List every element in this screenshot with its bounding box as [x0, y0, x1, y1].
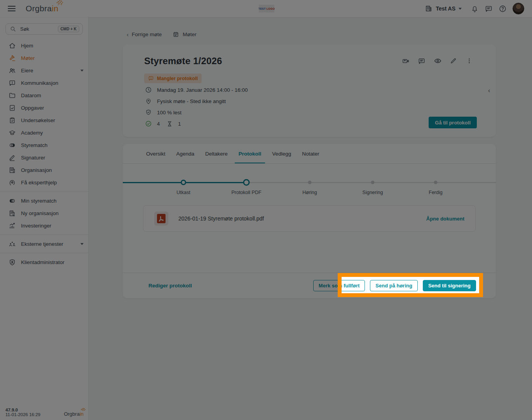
tab-deltakere[interactable]: Deltakere	[200, 144, 233, 163]
organization-selector[interactable]: Test AS	[425, 5, 462, 12]
breadcrumb-meetings-link[interactable]: Møter	[173, 31, 196, 38]
notifications-button[interactable]	[471, 5, 479, 13]
breadcrumb-current-label: Møter	[183, 32, 196, 37]
step-label: Utkast	[176, 190, 190, 195]
people-icon	[9, 67, 16, 74]
step-dot-utkast	[181, 180, 186, 185]
styrematch-circles-icon	[9, 197, 16, 205]
sidebar-item-label: Investeringer	[21, 223, 51, 229]
sidebar-item-label: Styrematch	[21, 142, 47, 148]
sidebar-item-academy[interactable]: Academy	[0, 126, 88, 139]
edit-protocol-link[interactable]: Rediger protokoll	[148, 283, 192, 289]
protocol-stepper: Utkast Protokoll PDF Høring Signering Fe…	[123, 180, 496, 199]
sidebar-item-label: Klientadministrator	[21, 259, 65, 265]
menu-icon[interactable]	[8, 4, 16, 13]
help-button[interactable]	[499, 5, 507, 13]
chat-alert-icon	[148, 75, 154, 81]
sidebar-item-signaturer[interactable]: Signaturer	[0, 151, 88, 164]
sidebar-item-label: Eiere	[21, 68, 33, 74]
pdf-icon	[154, 212, 168, 226]
tab-label: Vedlegg	[272, 151, 291, 157]
sidebar-item-fa-eksperthjelp[interactable]: Få eksperthjelp	[0, 176, 88, 189]
protocol-action-buttons: Merk som fullført Send på høring Send ti…	[313, 280, 476, 291]
search-icon	[10, 26, 16, 32]
clipboard-check-icon	[9, 117, 16, 124]
shield-check-icon	[145, 109, 152, 116]
sidebar-item-ny-organisasjon[interactable]: Ny organisasjon	[0, 207, 88, 219]
sidebar-item-label: Datarom	[21, 93, 41, 98]
tab-label: Agenda	[176, 151, 195, 157]
breadcrumb-back-label: Forrige møte	[132, 32, 162, 37]
task-icon	[9, 104, 16, 112]
expert-help-icon	[9, 179, 16, 186]
sidebar-item-datarom[interactable]: Datarom	[0, 89, 88, 102]
edit-button[interactable]	[450, 57, 457, 65]
collapse-panel-button[interactable]: ‹	[488, 87, 490, 94]
sidebar-item-hjem[interactable]: Hjem	[0, 39, 88, 52]
step-dot-ferdig	[434, 181, 438, 184]
search-input[interactable]: Søk CMD + K	[5, 23, 83, 35]
meeting-read-status: 100 % lest	[157, 110, 181, 116]
send-to-signing-button[interactable]: Send til signering	[423, 280, 476, 291]
mark-complete-button[interactable]: Merk som fullført	[313, 280, 365, 291]
chevron-down-icon	[80, 243, 84, 245]
sidebar-item-eiere[interactable]: Eiere	[0, 64, 88, 77]
sidebar-item-label: Undersøkelser	[21, 117, 55, 123]
tab-vedlegg[interactable]: Vedlegg	[267, 144, 297, 163]
brain-icon	[54, 0, 64, 6]
tab-label: Oversikt	[146, 151, 166, 157]
sidebar-item-kommunikasjon[interactable]: Kommunikasjon	[0, 77, 88, 89]
tab-bar: Oversikt Agenda Deltakere Protokoll Vedl…	[123, 144, 496, 164]
tab-agenda[interactable]: Agenda	[171, 144, 200, 163]
user-avatar[interactable]	[513, 3, 524, 14]
building-icon	[425, 5, 433, 12]
sidebar-item-label: Eksterne tjenester	[21, 241, 63, 247]
sidebar-item-organisasjon[interactable]: Organisasjon	[0, 164, 88, 176]
sidebar-item-moter[interactable]: Møter	[0, 52, 88, 64]
sidebar: Søk CMD + K Hjem Møter Eiere Kommunikasj…	[0, 17, 89, 420]
check-circle-icon	[145, 120, 152, 127]
more-options-button[interactable]	[466, 57, 473, 65]
sidebar-item-label: Kommunikasjon	[21, 80, 58, 86]
sidebar-item-eksterne-tjenester[interactable]: Eksterne tjenester	[0, 238, 88, 250]
send-for-review-button[interactable]: Send på høring	[370, 280, 418, 291]
top-bar: Orgbrain TEST LOGO Test AS	[0, 0, 532, 17]
go-to-protocol-button[interactable]: Gå til protokoll	[429, 117, 477, 128]
meeting-detail-card: Oversikt Agenda Deltakere Protokoll Vedl…	[123, 144, 496, 298]
open-document-link[interactable]: Åpne dokument	[426, 216, 464, 222]
document-filename: 2026-01-19 Styremøte protokoll.pdf	[178, 215, 264, 222]
tab-notater[interactable]: Notater	[297, 144, 324, 163]
tab-label: Protokoll	[239, 151, 262, 157]
messages-button[interactable]	[485, 5, 493, 13]
clock-icon	[145, 86, 152, 93]
chevron-left-icon: ‹	[127, 31, 129, 38]
sidebar-item-klientadministrator[interactable]: Klientadministrator	[0, 256, 88, 268]
step-label: Protokoll PDF	[231, 190, 261, 195]
comments-button[interactable]	[418, 57, 426, 65]
orgbrain-logo[interactable]: Orgbrain	[26, 4, 58, 13]
breadcrumb-back-link[interactable]: ‹ Forrige møte	[127, 31, 162, 38]
sidebar-item-min-styrematch[interactable]: Min styrematch	[0, 194, 88, 207]
sidebar-item-undersokelser[interactable]: Undersøkelser	[0, 114, 88, 126]
add-video-meeting-button[interactable]	[402, 57, 410, 65]
divider	[0, 234, 88, 235]
attending-count: 4	[157, 121, 160, 127]
sidebar-item-styrematch[interactable]: Styrematch	[0, 139, 88, 151]
sidebar-item-oppgaver[interactable]: Oppgaver	[0, 102, 88, 114]
stepper-progress	[123, 182, 249, 183]
visibility-button[interactable]	[434, 57, 441, 65]
sidebar-item-label: Min styrematch	[21, 198, 57, 204]
sidebar-item-investeringer[interactable]: Investeringer	[0, 219, 88, 232]
tab-protokoll[interactable]: Protokoll	[233, 144, 267, 163]
sidebar-item-label: Signaturer	[21, 155, 45, 161]
meeting-header-actions	[402, 57, 473, 65]
chevron-down-icon	[80, 70, 84, 72]
meeting-datetime: Mandag 19. Januar 2026 14:00 - 16:00	[157, 87, 248, 93]
divider	[0, 253, 88, 253]
sidebar-item-label: Møter	[21, 55, 35, 61]
calendar-icon	[173, 31, 179, 38]
protocol-document-row[interactable]: 2026-01-19 Styremøte protokoll.pdf Åpne …	[143, 205, 476, 232]
test-logo-word1: TEST	[258, 7, 266, 10]
sidebar-item-label: Ny organisasjon	[21, 210, 59, 216]
tab-oversikt[interactable]: Oversikt	[141, 144, 171, 163]
